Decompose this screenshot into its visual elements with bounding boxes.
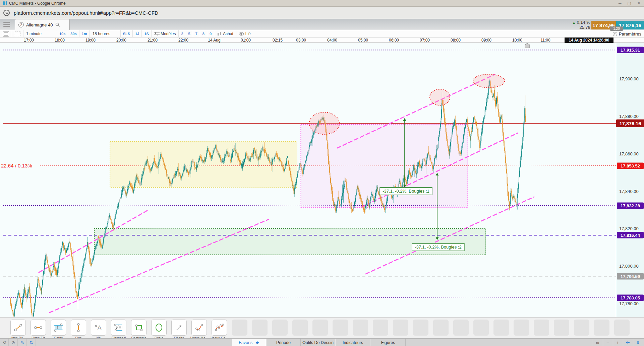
tool-placeholder[interactable] — [514, 320, 529, 336]
tool-placeholder[interactable] — [493, 320, 509, 336]
menu-hamburger-icon[interactable] — [3, 22, 10, 27]
tool-placeholder[interactable] — [554, 320, 569, 336]
tool-placeholder[interactable] — [534, 320, 549, 336]
model-2-button[interactable]: 2 — [179, 30, 186, 37]
tool-ellipse-button[interactable] — [151, 320, 167, 336]
site-info-icon[interactable] — [3, 10, 10, 16]
layout-grid-button[interactable] — [12, 30, 23, 37]
tool-placeholder[interactable] — [614, 320, 630, 336]
tool-fibonacci-button[interactable] — [111, 320, 126, 336]
price-tick-label: 17,900.00 — [619, 76, 639, 81]
tool-price-line-button[interactable] — [51, 320, 66, 336]
tool-placeholder[interactable] — [232, 320, 247, 336]
zoom-in-icon[interactable]: + — [613, 339, 622, 346]
models-button[interactable]: Modèles — [152, 30, 179, 37]
linked-button[interactable]: Lié — [236, 30, 253, 37]
bottom-tab-figures[interactable]: Figures — [370, 339, 406, 346]
bottom-tab-outils-de-dessin[interactable]: Outils De Dessin — [301, 339, 335, 346]
time-axis-label: 20:00 — [116, 38, 126, 43]
zoom-out-icon[interactable]: − — [603, 339, 612, 346]
disable-icon[interactable]: ⊘ — [9, 339, 18, 346]
circle-3-ellipse[interactable] — [473, 74, 505, 88]
tool-arrow-button[interactable] — [171, 320, 187, 336]
interval-1m-button[interactable]: 1m — [79, 30, 90, 37]
price-badge-red[interactable]: 17,853.52 — [617, 162, 644, 169]
tool-placeholder[interactable] — [594, 320, 609, 336]
interval-10s-button[interactable]: 10s — [57, 30, 68, 37]
tool-placeholder[interactable] — [333, 320, 348, 336]
interval-selector[interactable]: 1 minute — [23, 30, 57, 37]
search-icon[interactable] — [55, 22, 60, 27]
tab-number-badge: 2 — [18, 22, 24, 27]
price-badge-purple[interactable]: 17,832.28 — [617, 202, 644, 209]
gear-icon — [613, 32, 617, 36]
bottom-tab-bar: ⟲⊘✎⇅Favoris★PériodeOutils De DessinIndic… — [0, 338, 644, 346]
drawing-toolbar: Ligne De ...Ligne S/rCoursFixeANbFibonac… — [0, 317, 644, 338]
bottom-tab-p-riode[interactable]: Période — [266, 339, 301, 346]
price-badge-current[interactable]: 17,876.16 — [616, 120, 644, 127]
sort-arrows-icon[interactable]: ⇅ — [27, 339, 36, 346]
model-5-button[interactable]: 5 — [186, 30, 193, 37]
model-9-button[interactable]: 9 — [207, 30, 214, 37]
price-badge-purple[interactable]: 17,816.44 — [617, 232, 644, 238]
event-marker-icon[interactable] — [525, 43, 530, 48]
close-icon[interactable]: ✕ — [637, 1, 641, 6]
tool-placeholder[interactable] — [272, 320, 288, 336]
maximize-icon[interactable]: ▢ — [628, 1, 631, 6]
interval-30s-button[interactable]: 30s — [68, 30, 79, 37]
price-axis[interactable]: 17,900.0017,880.0017,860.0017,840.0017,8… — [616, 43, 644, 317]
bottom-tab-indicateurs[interactable]: Indicateurs — [335, 339, 370, 346]
circle-2-ellipse[interactable] — [430, 89, 450, 105]
favorites-star-icon[interactable]: ★ — [255, 340, 259, 345]
time-cursor-label: 14 Aug 2024 14:26:00 — [565, 38, 613, 43]
tool-placeholder[interactable] — [312, 320, 328, 336]
fit-horizontal-icon[interactable]: ⇹ — [593, 339, 602, 346]
tool-rectangle-button[interactable] — [131, 320, 147, 336]
range-sls-button[interactable]: SLS — [121, 30, 133, 37]
bottom-tab-label: Figures — [381, 340, 395, 345]
buy-mode-button[interactable]: Achat — [214, 30, 236, 37]
tool-wave-button[interactable] — [191, 320, 207, 336]
bottom-tab-favoris[interactable]: Favoris★ — [232, 339, 266, 346]
tool-placeholder[interactable] — [252, 320, 268, 336]
price-badge-purple[interactable]: 17,915.31 — [617, 47, 644, 53]
url-text[interactable]: platform.cmcmarkets.com/popout.html#/app… — [14, 10, 158, 16]
tool-placeholder[interactable] — [574, 320, 589, 336]
fit-vertical-icon[interactable]: ⇳ — [633, 339, 642, 346]
undo-icon[interactable]: ⟲ — [0, 339, 9, 346]
tool-placeholder[interactable] — [473, 320, 489, 336]
bottom-tab-label: Période — [276, 340, 291, 345]
tool-vertical-line-button[interactable] — [71, 320, 86, 336]
tool-placeholder[interactable] — [413, 320, 428, 336]
instrument-tab[interactable]: 2 Allemagne 40 — [15, 19, 70, 30]
tool-placeholder[interactable] — [453, 320, 469, 336]
minimize-icon[interactable]: ─ — [619, 1, 622, 6]
range-selector[interactable]: 18 heures — [90, 30, 121, 37]
price-badge-purple[interactable]: 17,783.05 — [617, 295, 644, 301]
tool-horizontal-line-button[interactable] — [31, 320, 46, 336]
time-axis-label: 05:00 — [358, 38, 368, 43]
tool-multi-wave-button[interactable] — [212, 320, 227, 336]
tool-trend-line-button[interactable] — [10, 320, 26, 336]
candlestick-chart[interactable]: 22.64 / 0.13%-37.1, -0.2%, Bougies :1-37… — [0, 43, 616, 317]
tool-placeholder[interactable] — [393, 320, 408, 336]
model-8-button[interactable]: 8 — [200, 30, 207, 37]
tool-placeholder[interactable] — [433, 320, 449, 336]
pencil-icon[interactable]: ✎ — [18, 339, 27, 346]
range-1s-button[interactable]: 1S — [142, 30, 151, 37]
model-7-button[interactable]: 7 — [193, 30, 200, 37]
time-axis[interactable]: 17:0018:0019:0020:0021:0022:0014 Aug01:0… — [0, 38, 644, 43]
settings-button[interactable]: Paramètres — [613, 30, 643, 38]
range-1j-button[interactable]: 1J — [133, 30, 142, 37]
change-absolute: 25,79 — [550, 25, 590, 30]
crosshair-icon[interactable]: ✛ — [623, 339, 632, 346]
tool-text-note-button[interactable]: A — [91, 320, 106, 336]
price-badge-gray[interactable]: 17,794.59 — [617, 273, 644, 279]
tool-placeholder[interactable] — [353, 320, 368, 336]
chart-list-button[interactable] — [0, 30, 12, 37]
measure-1-arrowhead-up — [403, 118, 406, 121]
chart-plot-area[interactable]: 22.64 / 0.13%-37.1, -0.2%, Bougies :1-37… — [0, 43, 616, 317]
tool-placeholder[interactable] — [373, 320, 388, 336]
circle-1-ellipse[interactable] — [309, 112, 339, 134]
tool-placeholder[interactable] — [292, 320, 308, 336]
